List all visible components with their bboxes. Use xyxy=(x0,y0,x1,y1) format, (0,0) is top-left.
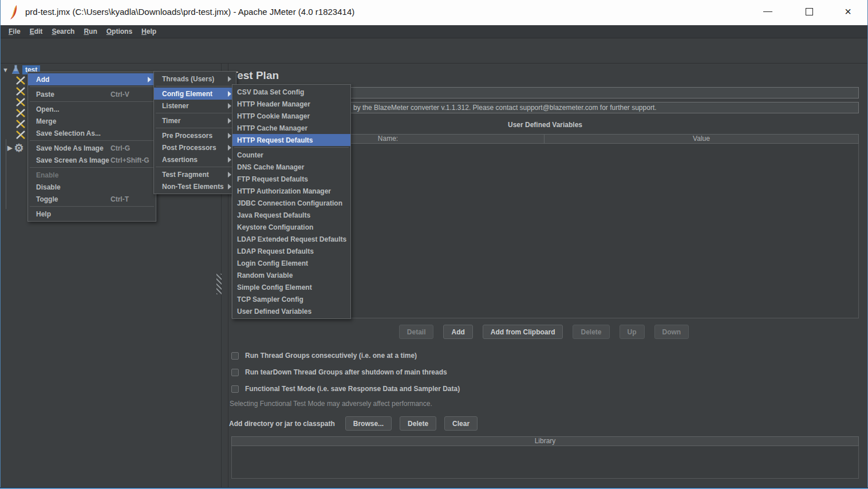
gear-icon: ⚙ xyxy=(14,141,23,155)
add-non-test-elements-item[interactable]: Non-Test Elements xyxy=(154,180,236,192)
splitter-grip[interactable] xyxy=(216,274,222,294)
context-save-node-image-item[interactable]: Save Node As ImageCtrl-G xyxy=(28,142,156,154)
menu-separator xyxy=(30,167,154,168)
config-simple-config-element-item[interactable]: Simple Config Element xyxy=(232,281,350,293)
config-http-cookie-manager-item[interactable]: HTTP Cookie Manager xyxy=(232,110,350,122)
context-enable-item: Enable xyxy=(28,169,156,181)
menu-separator xyxy=(156,86,234,86)
config-counter-item[interactable]: Counter xyxy=(232,149,350,161)
down-button[interactable]: Down xyxy=(654,325,689,339)
clear-button[interactable]: Clear xyxy=(444,416,478,431)
window-title: prd-test.jmx (C:\Users\kyadla\Downloads\… xyxy=(25,7,354,17)
config-csv-data-set-item[interactable]: CSV Data Set Config xyxy=(232,86,350,98)
run-consecutive-checkbox[interactable] xyxy=(231,352,239,360)
menu-help[interactable]: Help xyxy=(137,26,160,37)
config-http-header-manager-item[interactable]: HTTP Header Manager xyxy=(232,98,350,110)
add-threads-item[interactable]: Threads (Users) xyxy=(154,73,236,85)
menu-separator xyxy=(156,113,234,113)
tree-node-collapsed-row[interactable]: ▶ ⚙ xyxy=(7,141,24,155)
run-teardown-checkbox[interactable] xyxy=(231,369,239,376)
context-merge-item[interactable]: Merge xyxy=(28,115,156,127)
menu-edit[interactable]: Edit xyxy=(26,26,47,37)
config-dns-cache-manager-item[interactable]: DNS Cache Manager xyxy=(232,161,350,173)
menu-options[interactable]: Options xyxy=(102,26,136,37)
menu-bar: File Edit Search Run Options Help xyxy=(0,25,868,38)
udv-button-row: Detail Add Add from Clipboard Delete Up … xyxy=(229,325,859,339)
detail-button[interactable]: Detail xyxy=(399,325,434,339)
menu-separator xyxy=(156,167,234,167)
context-toggle-item[interactable]: ToggleCtrl-T xyxy=(28,193,156,205)
library-table-body[interactable] xyxy=(231,446,859,479)
maximize-button[interactable] xyxy=(796,0,822,23)
context-save-selection-item[interactable]: Save Selection As... xyxy=(28,127,156,139)
window-border xyxy=(0,0,1,489)
context-menu: Add PasteCtrl-V Open... Merge Save Selec… xyxy=(27,72,156,222)
column-header-value[interactable]: Value xyxy=(545,135,858,143)
config-ldap-request-defaults-item[interactable]: LDAP Request Defaults xyxy=(232,245,350,257)
config-keystore-configuration-item[interactable]: Keystore Configuration xyxy=(232,221,350,233)
collapse-expander-icon[interactable]: ▼ xyxy=(2,66,9,73)
submenu-arrow-icon xyxy=(228,133,231,139)
add-test-fragment-item[interactable]: Test Fragment xyxy=(154,168,236,180)
jmeter-logo-icon xyxy=(7,4,20,21)
functional-mode-checkbox[interactable] xyxy=(231,385,239,393)
maximize-icon xyxy=(806,8,813,15)
add-button[interactable]: Add xyxy=(443,325,472,339)
config-user-defined-variables-item[interactable]: User Defined Variables xyxy=(232,305,350,317)
tree-guide-line xyxy=(6,139,6,209)
config-tcp-sampler-config-item[interactable]: TCP Sampler Config xyxy=(232,293,350,305)
menu-separator xyxy=(30,206,154,207)
submenu-arrow-icon xyxy=(228,118,231,124)
config-java-request-defaults-item[interactable]: Java Request Defaults xyxy=(232,209,350,221)
submenu-arrow-icon xyxy=(228,76,231,82)
add-assertions-item[interactable]: Assertions xyxy=(154,153,236,165)
submenu-arrow-icon xyxy=(228,145,231,151)
context-help-item[interactable]: Help xyxy=(28,208,156,220)
submenu-arrow-icon xyxy=(228,157,231,163)
toolbar xyxy=(0,38,868,64)
context-disable-item[interactable]: Disable xyxy=(28,181,156,193)
add-from-clipboard-button[interactable]: Add from Clipboard xyxy=(483,325,563,339)
config-ldap-extended-request-defaults-item[interactable]: LDAP Extended Request Defaults xyxy=(232,233,350,245)
functional-mode-note: Selecting Functional Test Mode may adver… xyxy=(230,400,432,408)
submenu-arrow-icon xyxy=(228,184,231,190)
config-http-cache-manager-item[interactable]: HTTP Cache Manager xyxy=(232,122,350,134)
menu-separator xyxy=(30,86,154,87)
minimize-button[interactable] xyxy=(755,0,781,23)
title-bar: prd-test.jmx (C:\Users\kyadla\Downloads\… xyxy=(0,0,868,25)
menu-search[interactable]: Search xyxy=(48,26,78,37)
run-teardown-label: Run tearDown Thread Groups after shutdow… xyxy=(245,368,447,376)
config-jdbc-connection-item[interactable]: JDBC Connection Configuration xyxy=(232,197,350,209)
menu-separator xyxy=(156,128,234,128)
context-save-screen-image-item[interactable]: Save Screen As ImageCtrl+Shift-G xyxy=(28,154,156,166)
config-ftp-request-defaults-item[interactable]: FTP Request Defaults xyxy=(232,173,350,185)
add-timer-item[interactable]: Timer xyxy=(154,115,236,127)
menu-file[interactable]: File xyxy=(5,26,25,37)
menu-run[interactable]: Run xyxy=(80,26,101,37)
close-button[interactable]: × xyxy=(835,0,861,23)
config-http-request-defaults-item[interactable]: HTTP Request Defaults xyxy=(232,134,350,146)
add-listener-item[interactable]: Listener xyxy=(154,100,236,112)
classpath-row: Add directory or jar to classpath Browse… xyxy=(229,416,478,431)
context-add-item[interactable]: Add xyxy=(28,73,156,85)
tree-disabled-nodes-icons[interactable] xyxy=(15,76,26,144)
menu-separator xyxy=(30,101,154,102)
submenu-arrow-icon xyxy=(228,103,231,109)
browse-button[interactable]: Browse... xyxy=(345,416,392,431)
classpath-delete-button[interactable]: Delete xyxy=(400,416,436,431)
up-button[interactable]: Up xyxy=(620,325,645,339)
column-header-library: Library xyxy=(232,437,858,445)
add-pre-processors-item[interactable]: Pre Processors xyxy=(154,129,236,141)
expand-expander-icon[interactable]: ▶ xyxy=(7,144,12,152)
classpath-label: Add directory or jar to classpath xyxy=(229,420,335,428)
context-open-item[interactable]: Open... xyxy=(28,103,156,115)
config-http-authorization-manager-item[interactable]: HTTP Authorization Manager xyxy=(232,185,350,197)
context-paste-item[interactable]: PasteCtrl-V xyxy=(28,88,156,100)
config-random-variable-item[interactable]: Random Variable xyxy=(232,269,350,281)
add-post-processors-item[interactable]: Post Processors xyxy=(154,141,236,153)
config-login-config-element-item[interactable]: Login Config Element xyxy=(232,257,350,269)
checkbox-row-teardown: Run tearDown Thread Groups after shutdow… xyxy=(231,368,447,376)
add-config-element-item[interactable]: Config Element xyxy=(154,88,236,100)
delete-button[interactable]: Delete xyxy=(573,325,609,339)
add-submenu: Threads (Users) Config Element Listener … xyxy=(153,71,236,194)
